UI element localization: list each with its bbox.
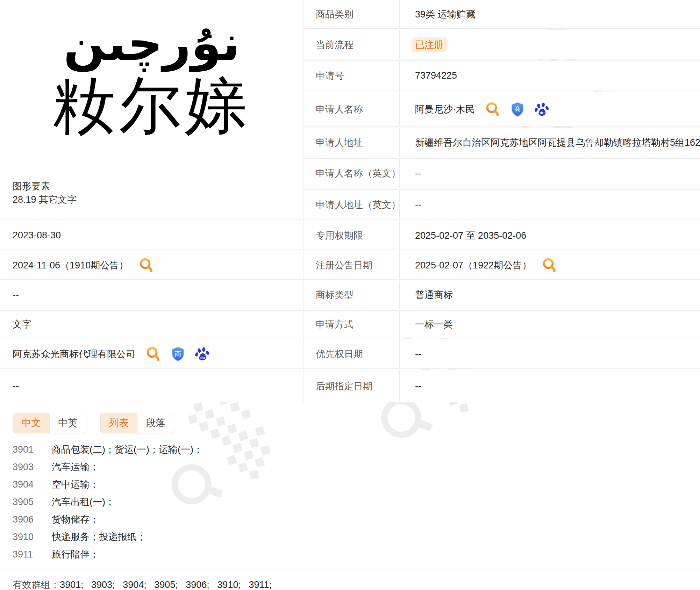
info-label-exclusive-right-period: 专用权期限 (304, 221, 400, 250)
trademark-image: نۇرچىن 籹尔媇 图形要素 28.19 其它文字 (0, 0, 303, 220)
info-row-trademark-type: 商标类型普通商标 (304, 281, 700, 309)
search-icon[interactable] (138, 257, 154, 273)
tab-list[interactable]: 列表 (101, 413, 137, 433)
tab-chinese[interactable]: 中文 (13, 413, 49, 433)
left-row-first-gazette: 2024-11-06（1910期公告） (0, 251, 303, 280)
tab-row: 中文中英列表段落 (13, 413, 700, 433)
svg-text:商: 商 (174, 350, 181, 358)
goods-row-3906: 3906货物储存； (13, 511, 700, 528)
left-row-value: 文字 (13, 318, 31, 331)
info-value-text: 普通商标 (415, 289, 453, 301)
info-value-trademark-type: 普通商标 (400, 281, 700, 309)
info-value-registration-gazette-date: 2025-02-07（1922期公告） (400, 251, 700, 279)
goods-description: 商品包装(二)；货运(一)；运输(一)； (52, 443, 203, 456)
info-row-exclusive-right-period: 专用权期限2025-02-07 至 2035-02-06 (304, 221, 700, 250)
info-value-goods-class: 39类 运输贮藏 (400, 0, 700, 28)
valid-groups-line: 有效群组： 3901; 3903; 3904; 3905; 3906; 3910… (13, 569, 700, 590)
info-label-trademark-type: 商标类型 (304, 281, 400, 309)
info-value-text: 阿曼尼沙·木民 (415, 103, 475, 116)
info-row-applicant-address-en: 申请人地址（英文）-- (304, 189, 700, 220)
info-row-applicant-name: 申请人名称阿曼尼沙·木民商du (304, 92, 700, 127)
goods-code: 3901 (13, 444, 52, 455)
goods-code: 3911 (13, 549, 52, 560)
info-value-text: -- (415, 381, 421, 391)
info-label-applicant-name-en: 申请人名称（英文） (304, 159, 400, 188)
info-value-applicant-name-en: -- (400, 159, 700, 188)
figure-elements-value: 28.19 其它文字 (13, 193, 77, 206)
tab-group-layout: 列表段落 (100, 413, 174, 433)
info-value-application-mode: 一标一类 (400, 311, 700, 338)
left-row-value: -- (13, 290, 19, 301)
trademark-detail-page: نۇرچىن 籹尔媇 图形要素 28.19 其它文字 2023-08-30202… (0, 0, 700, 590)
left-row-application-date: 2023-08-30 (0, 221, 303, 250)
goods-code: 3903 (13, 462, 52, 473)
goods-description: 汽车运输； (52, 461, 99, 473)
search-icon[interactable] (145, 346, 161, 362)
goods-row-3911: 3911旅行陪伴； (13, 546, 700, 563)
goods-description: 空中运输； (52, 478, 99, 491)
info-label-current-status: 当前流程 (304, 30, 400, 59)
info-row-applicant-address: 申请人地址新疆维吾尔自治区阿克苏地区阿瓦提县乌鲁却勒镇喀拉塔勒村5组162号 (304, 128, 700, 157)
figure-elements: 图形要素 28.19 其它文字 (13, 180, 77, 206)
info-row-current-status: 当前流程已注册 (304, 30, 700, 59)
info-value-exclusive-right-period: 2025-02-07 至 2035-02-06 (400, 221, 700, 250)
goods-row-3903: 3903汽车运输； (13, 458, 700, 476)
goods-code: 3904 (13, 479, 52, 490)
info-label-later-designation-date: 后期指定日期 (304, 370, 400, 402)
info-value-text: 2025-02-07（1922期公告） (415, 259, 531, 272)
goods-row-3901: 3901商品包装(二)；货运(一)；运输(一)； (13, 441, 700, 458)
left-row-agency: 阿克苏众光商标代理有限公司商du (0, 339, 303, 369)
valid-groups-label: 有效群组： (13, 578, 60, 590)
svg-text:du: du (200, 355, 205, 360)
goods-list: 3901商品包装(二)；货运(一)；运输(一)；3903汽车运输；3904空中运… (13, 441, 700, 563)
goods-code: 3905 (13, 497, 52, 508)
info-value-text: 73794225 (415, 70, 457, 81)
info-value-text: -- (415, 348, 421, 359)
info-label-registration-gazette-date: 注册公告日期 (304, 251, 400, 279)
left-row-mark-form: 文字 (0, 310, 303, 338)
shield-icon[interactable]: 商 (171, 346, 185, 362)
info-value-text: -- (415, 199, 421, 210)
info-value-priority-date: -- (400, 339, 700, 368)
tab-chinese-english[interactable]: 中英 (49, 413, 86, 433)
info-row-goods-class: 商品类别39类 运输贮藏 (304, 0, 700, 29)
info-value-applicant-address-en: -- (400, 190, 700, 220)
info-value-text: 新疆维吾尔自治区阿克苏地区阿瓦提县乌鲁却勒镇喀拉塔勒村5组162号 (415, 136, 700, 149)
goods-description: 旅行陪伴； (52, 548, 99, 561)
info-row-registration-gazette-date: 注册公告日期2025-02-07（1922期公告） (304, 251, 700, 280)
info-label-priority-date: 优先权日期 (304, 339, 400, 368)
right-panel: 商品类别39类 运输贮藏当前流程已注册申请号73794225申请人名称阿曼尼沙·… (303, 0, 700, 402)
goods-description: 汽车出租(一)； (52, 496, 115, 508)
info-label-application-number: 申请号 (304, 61, 400, 91)
svg-text:商: 商 (514, 106, 521, 113)
info-row-applicant-name-en: 申请人名称（英文）-- (304, 158, 700, 188)
figure-elements-label: 图形要素 (13, 180, 77, 193)
left-row-value: -- (13, 381, 19, 391)
search-icon[interactable] (485, 101, 501, 117)
goods-description: 货物储存； (52, 513, 99, 526)
left-panel: نۇرچىن 籹尔媇 图形要素 28.19 其它文字 2023-08-30202… (0, 0, 303, 402)
left-row-value: 2024-11-06（1910期公告） (13, 259, 128, 272)
info-table: نۇرچىن 籹尔媇 图形要素 28.19 其它文字 2023-08-30202… (0, 0, 700, 402)
trademark-uyghur-text: نۇرچىن (0, 14, 303, 73)
baidu-icon[interactable]: du (534, 102, 550, 117)
goods-row-3904: 3904空中运输； (13, 476, 700, 493)
info-value-text: -- (415, 168, 421, 179)
info-value-applicant-name: 阿曼尼沙·木民商du (400, 92, 700, 126)
search-icon[interactable] (541, 257, 557, 273)
tab-group-language: 中文中英 (13, 413, 86, 433)
info-value-text: 39类 运输贮藏 (415, 8, 476, 21)
baidu-icon[interactable]: du (195, 346, 210, 362)
valid-groups-values: 3901; 3903; 3904; 3905; 3906; 3910; 3911… (60, 580, 272, 590)
info-label-applicant-name: 申请人名称 (304, 92, 400, 126)
shield-icon[interactable]: 商 (510, 102, 524, 117)
info-label-application-mode: 申请方式 (304, 311, 400, 338)
goods-row-3910: 3910快递服务；投递报纸； (13, 528, 700, 546)
info-row-application-number: 申请号73794225 (304, 60, 700, 91)
info-row-later-designation-date: 后期指定日期-- (304, 370, 700, 402)
info-label-applicant-address: 申请人地址 (304, 128, 400, 157)
tab-paragraph[interactable]: 段落 (137, 413, 174, 433)
info-value-text: 已注册 (412, 37, 447, 52)
goods-code: 3910 (13, 532, 52, 542)
info-value-applicant-address: 新疆维吾尔自治区阿克苏地区阿瓦提县乌鲁却勒镇喀拉塔勒村5组162号 (400, 128, 700, 157)
